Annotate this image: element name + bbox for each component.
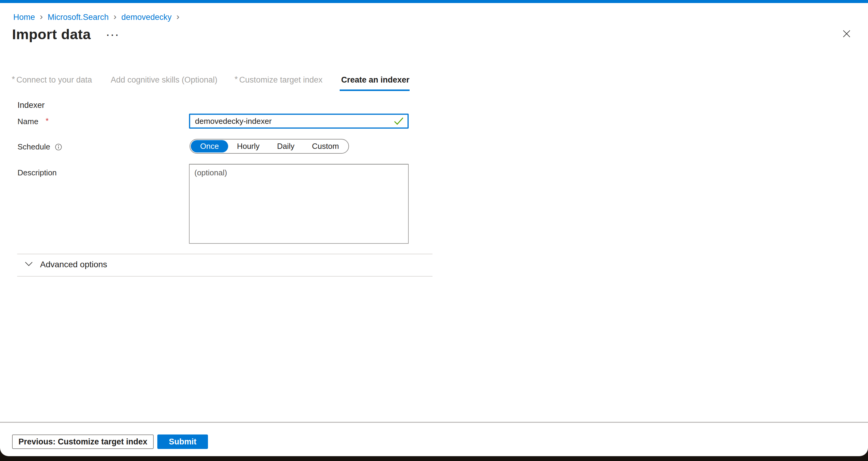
chevron-down-icon bbox=[25, 262, 33, 268]
schedule-segmented-control: Once Hourly Daily Custom bbox=[190, 139, 349, 154]
indexer-section-label: Indexer bbox=[18, 101, 44, 110]
breadcrumb-service-link[interactable]: Microsoft.Search bbox=[48, 12, 109, 22]
tab-connect-to-your-data[interactable]: *Connect to your data bbox=[12, 75, 92, 90]
advanced-options-toggle[interactable]: Advanced options bbox=[25, 260, 107, 269]
breadcrumb-separator-icon: › bbox=[40, 12, 43, 21]
divider bbox=[17, 254, 433, 254]
azure-top-accent-bar bbox=[0, 0, 868, 3]
schedule-option-hourly[interactable]: Hourly bbox=[228, 140, 268, 152]
indexer-name-input[interactable] bbox=[189, 114, 409, 129]
schedule-field-label: Schedule bbox=[18, 142, 62, 152]
footer-divider bbox=[0, 422, 868, 423]
name-field bbox=[189, 114, 409, 129]
description-field-label: Description bbox=[18, 168, 57, 178]
more-options-icon[interactable]: ··· bbox=[106, 31, 120, 40]
advanced-options-label: Advanced options bbox=[40, 260, 107, 269]
page-title: Import data bbox=[12, 26, 91, 42]
breadcrumb-resource-link[interactable]: demovedecky bbox=[121, 12, 172, 22]
close-icon[interactable] bbox=[840, 27, 854, 41]
tab-add-cognitive-skills[interactable]: Add cognitive skills (Optional) bbox=[109, 75, 217, 90]
previous-step-button[interactable]: Previous: Customize target index bbox=[12, 434, 154, 449]
breadcrumb-home-link[interactable]: Home bbox=[13, 12, 35, 22]
name-field-label: Name* bbox=[18, 117, 49, 126]
breadcrumb-separator-icon: › bbox=[114, 12, 117, 21]
wizard-tabs: *Connect to your data Add cognitive skil… bbox=[12, 75, 410, 91]
description-textarea[interactable] bbox=[189, 164, 409, 244]
info-icon[interactable] bbox=[55, 144, 62, 151]
required-asterisk: * bbox=[45, 116, 49, 126]
schedule-option-custom[interactable]: Custom bbox=[303, 140, 348, 152]
breadcrumb: Home › Microsoft.Search › demovedecky › bbox=[13, 12, 179, 22]
schedule-option-daily[interactable]: Daily bbox=[268, 140, 303, 152]
title-row: Import data ··· bbox=[12, 26, 120, 42]
schedule-option-once[interactable]: Once bbox=[191, 140, 228, 152]
tab-create-an-indexer[interactable]: Create an indexer bbox=[340, 75, 410, 91]
validation-check-icon bbox=[394, 117, 404, 127]
divider bbox=[17, 276, 433, 277]
breadcrumb-separator-icon: › bbox=[176, 12, 179, 21]
tab-customize-target-index[interactable]: *Customize target index bbox=[235, 75, 322, 90]
submit-button[interactable]: Submit bbox=[157, 434, 208, 449]
import-data-panel: Home › Microsoft.Search › demovedecky › … bbox=[0, 0, 868, 456]
